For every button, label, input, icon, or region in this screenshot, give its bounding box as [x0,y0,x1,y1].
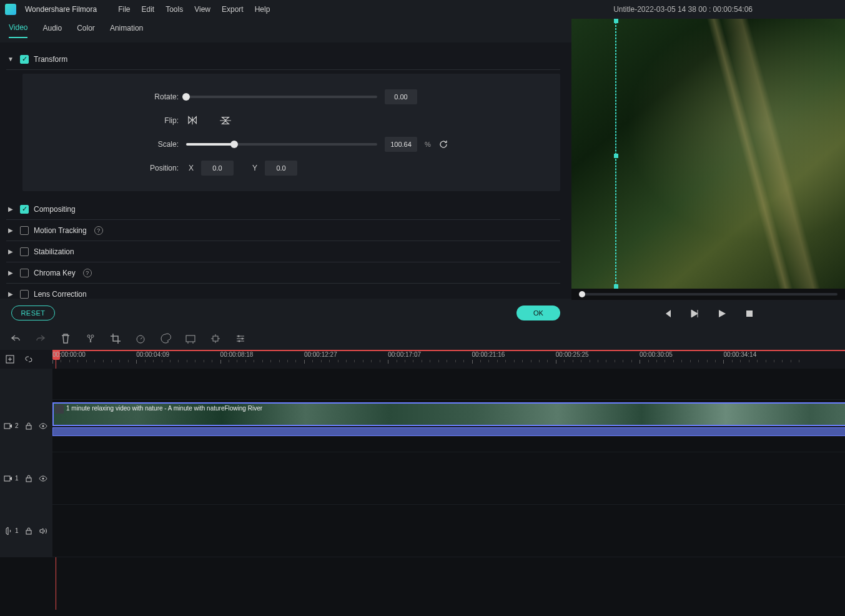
ruler-tick: 00:00:21:16 [472,351,505,358]
crop-icon[interactable] [110,333,121,344]
green-screen-icon[interactable] [185,333,196,344]
play-button[interactable] [717,309,727,319]
chevron-right-icon: ▶ [6,206,15,212]
scale-input[interactable] [385,137,417,152]
position-x-label: X [189,164,194,172]
reset-scale-icon[interactable] [438,139,448,149]
chevron-right-icon: ▶ [6,248,15,255]
section-transform[interactable]: ▼ ✓ Transform [6,49,560,70]
flip-label: Flip: [37,116,179,125]
menu-view[interactable]: View [194,5,210,14]
checkbox-transform[interactable]: ✓ [20,55,29,64]
checkbox-lens-correction[interactable] [20,290,29,299]
section-stabilization[interactable]: ▶ Stabilization [6,241,560,262]
property-tabs: Video Audio Color Animation [0,19,571,42]
settings-icon[interactable] [235,333,246,344]
play-pause-button[interactable] [689,309,699,319]
track-video-2[interactable]: 2 1 minute relaxing video with nature - … [0,400,845,452]
video-track-icon [4,422,12,430]
properties-footer: RESET OK [0,299,571,327]
ok-button[interactable]: OK [516,306,560,320]
preview-progress[interactable] [579,293,838,296]
ruler-tick: 00:00:17:07 [388,351,421,358]
position-x-input[interactable] [201,161,234,176]
timeline-ruler[interactable]: 00:00:00:0000:00:04:0900:00:08:1800:00:1… [52,350,845,369]
svg-point-6 [238,335,240,337]
eye-icon[interactable] [39,475,47,482]
lock-icon[interactable] [25,422,32,430]
flip-vertical-icon[interactable] [219,116,232,126]
menu-edit[interactable]: Edit [142,5,155,14]
help-icon[interactable]: ? [83,269,92,277]
tab-audio[interactable]: Audio [42,24,62,37]
section-motion-tracking[interactable]: ▶ Motion Tracking ? [6,220,560,241]
checkbox-stabilization[interactable] [20,247,29,256]
help-icon[interactable]: ? [94,226,103,235]
clip-audio-lane[interactable] [52,427,845,436]
speed-icon[interactable] [135,333,146,344]
tab-video[interactable]: Video [9,23,27,38]
rotate-slider[interactable] [186,96,377,98]
video-track-icon [4,474,12,483]
delete-icon[interactable] [60,333,71,344]
scale-label: Scale: [37,140,179,149]
checkbox-motion-tracking[interactable] [20,226,29,235]
reset-button[interactable]: RESET [11,306,55,320]
menu-file[interactable]: File [118,5,130,14]
tab-animation[interactable]: Animation [110,24,143,37]
preview-marker[interactable] [615,19,616,289]
link-icon[interactable] [24,354,34,364]
color-icon[interactable] [160,333,171,344]
svg-point-2 [91,335,94,337]
menu-help[interactable]: Help [255,5,270,14]
undo-icon[interactable] [10,333,21,344]
menu-export[interactable]: Export [222,5,244,14]
position-y-input[interactable] [265,161,297,176]
timeline-panel: 00:00:00:0000:00:04:0900:00:08:1800:00:1… [0,327,845,616]
speaker-icon[interactable] [39,527,47,535]
svg-rect-5 [213,336,218,341]
checkbox-chroma-key[interactable] [20,269,29,277]
ruler-tick: 00:00:04:09 [136,351,169,358]
stop-button[interactable] [744,309,754,319]
menu-tools[interactable]: Tools [166,5,183,14]
svg-rect-11 [26,425,31,429]
section-lens-correction-label: Lens Correction [34,290,87,299]
section-lens-correction[interactable]: ▶ Lens Correction [6,284,560,299]
timeline-ruler-row: 00:00:00:0000:00:04:0900:00:08:1800:00:1… [0,350,845,369]
redo-icon[interactable] [35,333,46,344]
chevron-right-icon: ▶ [6,269,15,276]
section-compositing[interactable]: ▶ ✓ Compositing [6,199,560,220]
preview-viewport[interactable] [571,19,845,289]
flip-horizontal-icon[interactable] [186,116,200,126]
checkbox-compositing[interactable]: ✓ [20,205,29,214]
preview-panel [571,19,845,327]
ruler-tick: 00:00:30:05 [640,351,673,358]
section-transform-label: Transform [34,55,67,64]
track-index: 2 [15,422,19,429]
track-video-1[interactable]: 1 [0,452,845,505]
eye-icon[interactable] [39,422,47,430]
ruler-tick: 00:00:00:00 [52,351,86,358]
split-icon[interactable] [85,333,96,344]
timeline-toolbar [0,327,845,350]
track-audio-1[interactable]: 1 [0,505,845,557]
rotate-input[interactable] [385,89,417,104]
timeline-clip[interactable]: 1 minute relaxing video with nature - A … [52,402,845,426]
scale-slider[interactable] [186,143,377,146]
section-chroma-key-label: Chroma Key [34,269,76,277]
section-chroma-key[interactable]: ▶ Chroma Key ? [6,262,560,284]
add-track-icon[interactable] [5,354,15,364]
properties-panel: Video Audio Color Animation ▼ ✓ Transfor… [0,19,571,327]
position-y-label: Y [252,164,257,172]
svg-rect-14 [26,478,31,482]
prev-frame-button[interactable] [662,309,672,319]
ruler-tick: 00:00:34:14 [723,351,756,358]
tab-color[interactable]: Color [77,24,95,37]
ruler-tick: 00:00:25:25 [556,351,589,358]
clip-type-icon [55,405,64,414]
lock-icon[interactable] [25,475,32,482]
keyframe-icon[interactable] [210,333,221,344]
lock-icon[interactable] [25,527,32,535]
svg-point-7 [242,338,244,340]
